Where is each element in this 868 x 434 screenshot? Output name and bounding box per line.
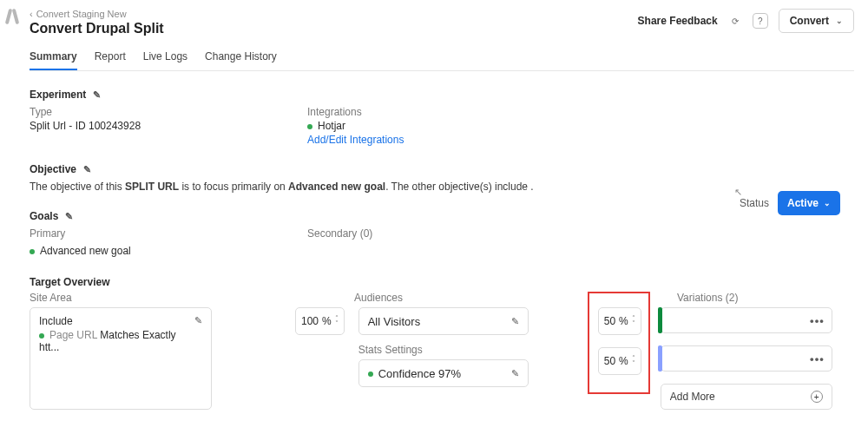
stats-value: Confidence 97% bbox=[368, 367, 461, 380]
more-icon[interactable]: ••• bbox=[810, 352, 825, 365]
breadcrumb[interactable]: ‹ Convert Staging New bbox=[30, 9, 164, 19]
edit-stats-icon[interactable]: ✎ bbox=[511, 368, 519, 379]
sidebar bbox=[0, 0, 24, 434]
edit-experiment-icon[interactable]: ✎ bbox=[93, 89, 101, 101]
variation-card-1[interactable]: ••• bbox=[661, 307, 832, 333]
col-audiences: Audiences bbox=[354, 292, 590, 304]
share-feedback-link[interactable]: Share Feedback bbox=[638, 15, 718, 27]
traffic-percent-value: 100 bbox=[301, 315, 319, 327]
logo-icon bbox=[4, 9, 20, 28]
traffic-percent-input[interactable]: 100% ˄˅ bbox=[295, 307, 345, 335]
experiment-heading: Experiment bbox=[30, 89, 86, 101]
tab-report[interactable]: Report bbox=[95, 50, 126, 70]
variation-card-2[interactable]: ••• bbox=[661, 345, 832, 372]
status-dropdown[interactable]: Active ⌄ bbox=[778, 191, 840, 215]
status-dot-icon bbox=[307, 124, 312, 129]
help-icon[interactable]: ? bbox=[753, 13, 768, 29]
type-value: Split Url - ID 100243928 bbox=[30, 120, 307, 132]
variation-bar-2 bbox=[658, 345, 662, 372]
convert-dropdown[interactable]: Convert ⌄ bbox=[779, 9, 854, 33]
integrations-label: Integrations bbox=[307, 106, 854, 118]
primary-goal: Advanced new goal bbox=[30, 245, 307, 257]
more-icon[interactable]: ••• bbox=[810, 314, 825, 327]
chevron-down-icon: ⌄ bbox=[824, 199, 831, 207]
status-value: Active bbox=[787, 197, 819, 209]
status-label: Status bbox=[740, 197, 769, 209]
status-dot-icon bbox=[39, 333, 44, 339]
edit-objective-icon[interactable]: ✎ bbox=[83, 164, 91, 175]
edit-goals-icon[interactable]: ✎ bbox=[65, 211, 73, 222]
chevron-down-icon: ⌄ bbox=[836, 16, 843, 25]
primary-label: Primary bbox=[30, 227, 307, 240]
main-panel: ‹ Convert Staging New Convert Drupal Spl… bbox=[24, 0, 868, 434]
status-dot-icon bbox=[368, 372, 373, 377]
type-label: Type bbox=[30, 106, 307, 118]
refresh-icon[interactable]: ⟳ bbox=[728, 14, 742, 28]
add-more-button[interactable]: Add More + bbox=[661, 384, 832, 410]
tab-live-logs[interactable]: Live Logs bbox=[143, 50, 187, 70]
edit-site-area-icon[interactable]: ✎ bbox=[194, 315, 202, 326]
integrations-value: Hotjar bbox=[307, 120, 854, 132]
objective-text: The objective of this SPLIT URL is to fo… bbox=[30, 181, 854, 193]
audience-value: All Visitors bbox=[368, 315, 420, 328]
breadcrumb-label: Convert Staging New bbox=[36, 9, 127, 19]
convert-label: Convert bbox=[790, 15, 829, 27]
col-site-area: Site Area bbox=[30, 292, 354, 304]
status-dot-icon bbox=[30, 249, 35, 254]
variation-bar-1 bbox=[658, 307, 662, 333]
plus-icon: + bbox=[811, 391, 823, 403]
include-rule: Page URL Matches Exactly htt... bbox=[39, 329, 194, 353]
stats-card[interactable]: Confidence 97% ✎ bbox=[358, 359, 529, 387]
add-more-label: Add More bbox=[670, 391, 715, 403]
audience-card[interactable]: All Visitors ✎ bbox=[358, 307, 529, 335]
secondary-label: Secondary (0) bbox=[307, 227, 372, 240]
goals-heading: Goals bbox=[30, 210, 58, 222]
page-title: Convert Drupal Split bbox=[30, 21, 164, 36]
stats-settings-label: Stats Settings bbox=[358, 344, 529, 356]
objective-heading: Objective bbox=[30, 163, 76, 175]
add-edit-integrations-link[interactable]: Add/Edit Integrations bbox=[307, 134, 854, 146]
tab-change-history[interactable]: Change History bbox=[205, 50, 277, 70]
spinner-icon[interactable]: ˄˅ bbox=[335, 316, 339, 326]
edit-audience-icon[interactable]: ✎ bbox=[511, 316, 519, 327]
include-label: Include bbox=[39, 315, 194, 327]
site-area-card[interactable]: Include Page URL Matches Exactly htt... … bbox=[30, 307, 212, 410]
tabbar: Summary Report Live Logs Change History bbox=[30, 50, 854, 71]
chevron-left-icon: ‹ bbox=[30, 9, 33, 19]
target-heading: Target Overview bbox=[30, 276, 109, 288]
highlight-box bbox=[588, 292, 650, 394]
col-variations: Variations (2) bbox=[677, 292, 854, 304]
tab-summary[interactable]: Summary bbox=[30, 50, 77, 70]
